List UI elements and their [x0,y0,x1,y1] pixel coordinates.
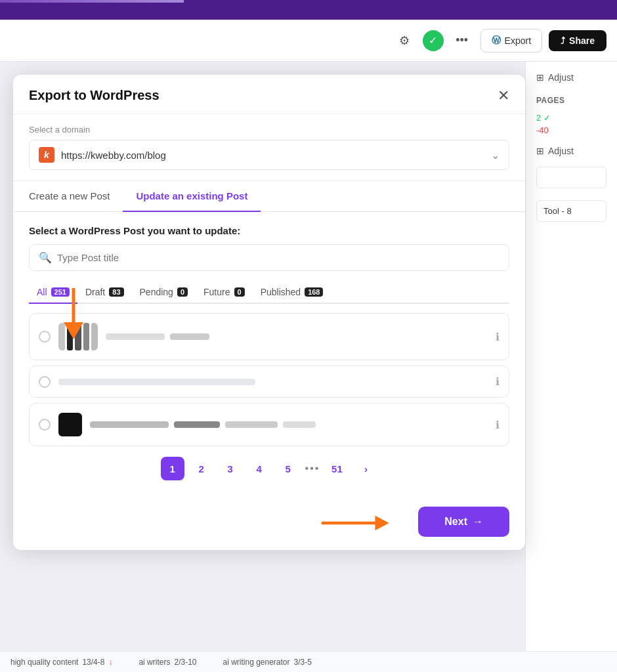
chevron-down-icon: ⌄ [491,149,500,161]
post-list: ℹ ℹ [29,313,509,446]
next-arrow-annotation [322,507,400,542]
modal-card: Export to WordPress ✕ Select a domain k … [13,75,525,550]
search-box: 🔍 [29,244,509,271]
post-item[interactable]: ℹ [29,403,509,446]
post-thumbnail-3 [58,413,82,436]
draft-count: 83 [109,287,123,297]
pagination-dots: ••• [305,463,320,474]
modal-footer: Next → [13,499,525,550]
filter-future[interactable]: Future 0 [196,282,253,303]
wordpress-icon: Ⓦ [492,35,501,47]
bottom-stat-2: ai writers 2/3-10 [138,658,196,667]
tab-bar: Create a new Post Update an existing Pos… [13,181,525,212]
more-button[interactable]: ••• [450,29,474,52]
export-label: Export [505,35,531,46]
sliders-icon: ⊞ [536,72,544,83]
check-icon: ✓ [429,34,437,47]
sidebar-adjust-section: ⊞ Adjust [536,72,606,83]
sidebar-input-section [536,167,606,194]
next-arrow-icon: → [473,516,483,528]
domain-label: Select a domain [29,125,509,135]
modal-title: Export to WordPress [29,88,160,103]
post-content-3 [90,421,488,428]
pagination: 1 2 3 4 5 ••• 51 › [29,446,509,486]
next-button[interactable]: Next → [418,507,509,537]
search-input[interactable] [57,252,500,263]
sidebar-select-section: Tool - 8 [536,200,606,222]
post-radio-3[interactable] [39,419,51,430]
post-content-2 [58,379,488,385]
filter-area: All 251 Draft 83 Pending 0 Future [29,282,509,304]
search-icon: 🔍 [39,251,52,264]
filter-pending[interactable]: Pending 0 [132,282,196,303]
pages-title: PAGES [536,96,606,105]
bottom-stat-1: high quality content 13/4-8 ↓ [11,658,112,667]
share-button[interactable]: ⤴ Share [549,30,606,51]
trend-down-icon: ↓ [108,658,112,667]
main-layout: Export to WordPress ✕ Select a domain k … [0,62,617,672]
sidebar-stat-1: 2 ✓ [536,113,606,123]
svg-marker-3 [375,516,389,530]
all-count: 251 [51,287,70,297]
page-next-icon[interactable]: › [354,457,377,480]
post-item[interactable]: ℹ [29,313,509,360]
page-3-button[interactable]: 3 [219,457,242,480]
post-radio-1[interactable] [39,331,51,343]
sidebar-text-input[interactable] [536,167,606,188]
close-button[interactable]: ✕ [498,89,509,103]
gear-icon: ⚙ [399,33,410,48]
domain-select[interactable]: k https://kwebby.com/blog ⌄ [29,140,509,170]
modal-area: Export to WordPress ✕ Select a domain k … [0,62,525,672]
future-count: 0 [234,287,245,297]
info-icon-2[interactable]: ℹ [496,375,500,388]
page-51-button[interactable]: 51 [325,457,349,480]
k-logo: k [39,147,54,163]
sidebar-adjust-section-2: ⊞ Adjust [536,146,606,156]
post-thumbnail-1 [58,323,98,350]
adjust-label: ⊞ Adjust [536,72,606,83]
info-icon-3[interactable]: ℹ [496,419,500,431]
status-check: ✓ [423,30,444,51]
page-5-button[interactable]: 5 [276,457,300,480]
top-bar [0,0,617,20]
sliders-icon-2: ⊞ [536,146,544,156]
pending-count: 0 [177,287,188,297]
modal-header: Export to WordPress ✕ [13,75,525,114]
sidebar-pages-section: PAGES 2 ✓ -40 [536,96,606,135]
page-4-button[interactable]: 4 [247,457,271,480]
page-2-button[interactable]: 2 [190,457,213,480]
right-sidebar: ⊞ Adjust PAGES 2 ✓ -40 ⊞ Adjust Tool - 8 [525,62,617,672]
bottom-stat-3: ai writing generator 3/3-5 [223,658,311,667]
share-label: Share [569,35,595,46]
share-icon: ⤴ [561,35,565,46]
toolbar: ⚙ ✓ ••• Ⓦ Export ⤴ Share [0,20,617,62]
tab-update[interactable]: Update an existing Post [123,181,261,212]
sidebar-stat-2: -40 [536,125,606,135]
filter-draft[interactable]: Draft 83 [77,282,132,303]
domain-section: Select a domain k https://kwebby.com/blo… [13,114,525,181]
section-label: Select a WordPress Post you want to upda… [29,225,509,236]
page-1-button[interactable]: 1 [161,457,184,480]
adjust-label-2: ⊞ Adjust [536,146,606,156]
info-icon-1[interactable]: ℹ [496,331,500,343]
post-item[interactable]: ℹ [29,366,509,398]
tab-create[interactable]: Create a new Post [29,181,123,212]
gear-button[interactable]: ⚙ [393,29,416,52]
published-count: 168 [305,287,323,297]
next-label: Next [444,516,467,528]
bottom-bar: high quality content 13/4-8 ↓ ai writers… [0,651,617,672]
post-radio-2[interactable] [39,376,51,388]
filter-tabs: All 251 Draft 83 Pending 0 Future [29,282,509,304]
filter-published[interactable]: Published 168 [253,282,331,303]
modal-content: Select a WordPress Post you want to upda… [13,212,525,499]
filter-all[interactable]: All 251 [29,282,77,304]
domain-select-left: k https://kwebby.com/blog [39,147,166,163]
domain-url: https://kwebby.com/blog [61,150,166,161]
post-content-1 [106,333,488,340]
export-button[interactable]: Ⓦ Export [480,29,542,52]
tool-select[interactable]: Tool - 8 [536,200,606,222]
loading-bar [0,0,184,3]
more-icon: ••• [456,33,468,47]
